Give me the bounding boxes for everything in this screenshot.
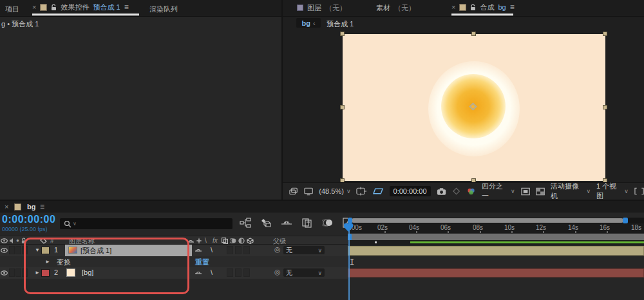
tab-effect-controls[interactable]: × 效果控件 预合成 1 ≡ xyxy=(32,0,129,14)
lock-icon[interactable] xyxy=(51,4,57,11)
audio-toggle-cell[interactable] xyxy=(9,246,15,254)
search-input[interactable]: ∨ xyxy=(60,218,232,229)
panel-menu-icon[interactable]: ≡ xyxy=(510,3,515,12)
video-eye-icon[interactable] xyxy=(1,248,8,253)
selection-handle[interactable] xyxy=(603,32,607,36)
switch-cell[interactable] xyxy=(235,268,242,277)
ram-preview-indicator xyxy=(410,241,644,243)
switch-cell[interactable] xyxy=(243,268,250,277)
panel-menu-icon[interactable]: ≡ xyxy=(40,202,44,211)
mini-flowchart-icon[interactable] xyxy=(238,216,252,229)
transparency-grid-icon[interactable] xyxy=(536,187,545,196)
viewer-time-display[interactable]: 0:00:00:00 xyxy=(390,186,431,196)
comp-navigator-parent[interactable]: 预合成 1 xyxy=(327,19,354,29)
snapshot-stack-icon[interactable] xyxy=(289,187,298,196)
audio-toggle-cell[interactable] xyxy=(9,268,15,277)
audio-speaker-icon[interactable] xyxy=(9,238,15,244)
selection-handle[interactable] xyxy=(340,105,345,109)
time-ruler[interactable]: :00s 02s 04s 06s 08s 10s 12s 14s 16s 18s xyxy=(348,223,644,233)
comp-navigator-current[interactable]: bg ‹ xyxy=(296,18,321,28)
navigator-left-handle[interactable] xyxy=(348,218,352,223)
tab-render-queue[interactable]: 渲染队列 xyxy=(149,5,178,14)
solo-icon[interactable]: ● xyxy=(16,238,19,243)
composition-canvas[interactable] xyxy=(343,34,605,181)
quality-switch[interactable]: \ xyxy=(211,268,213,276)
switch-cell[interactable] xyxy=(227,268,233,277)
motion-blur-icon[interactable] xyxy=(321,216,335,229)
parent-dropdown[interactable]: 无 ∨ xyxy=(283,268,325,277)
ruler-label: 02s xyxy=(377,224,388,231)
pixel-aspect-icon[interactable] xyxy=(634,187,644,195)
panel-menu-icon[interactable]: ≡ xyxy=(124,3,129,12)
solo-toggle-cell[interactable] xyxy=(15,246,21,254)
adjustment-layer-column-icon[interactable] xyxy=(238,238,245,244)
timeline-toolbar xyxy=(238,216,355,229)
frame-blend-column-icon[interactable] xyxy=(222,238,228,244)
camera-dropdown[interactable]: 活动摄像机 ∨ xyxy=(551,182,591,201)
tab-layer[interactable]: 图层 （无） xyxy=(297,0,346,15)
shy-switch[interactable] xyxy=(195,268,202,276)
tab-project[interactable]: 项目 xyxy=(5,5,19,14)
viewer-area xyxy=(283,28,644,182)
magnification-value: (48.5%) xyxy=(319,187,344,195)
quality-column-icon[interactable]: \ xyxy=(205,237,207,244)
lock-icon[interactable] xyxy=(470,4,476,11)
mask-visibility-icon[interactable] xyxy=(373,187,384,196)
camera-snapshot-icon[interactable] xyxy=(437,187,446,196)
video-eye-icon[interactable] xyxy=(1,270,8,276)
layer2-duration-bar[interactable] xyxy=(348,268,644,277)
close-icon[interactable]: × xyxy=(32,3,36,11)
selection-handle[interactable] xyxy=(603,105,607,109)
motion-blur-column-icon[interactable] xyxy=(230,238,236,244)
work-area-bar[interactable] xyxy=(348,233,644,240)
tab-composition-label: 合成 xyxy=(480,3,494,12)
close-icon[interactable]: × xyxy=(451,3,455,11)
region-of-interest-icon[interactable] xyxy=(521,187,530,196)
monitor-icon[interactable] xyxy=(304,187,313,196)
selection-handle[interactable] xyxy=(340,32,345,36)
show-snapshot-icon[interactable] xyxy=(452,187,460,195)
timeline-tab-label[interactable]: bg xyxy=(27,203,35,211)
3d-layer-column-icon[interactable] xyxy=(247,238,254,244)
panel-color-swatch xyxy=(40,4,47,11)
right-tabbar: 图层 （无） 素材 （无） × 合成 bg ≡ xyxy=(283,0,644,17)
close-icon[interactable]: × xyxy=(5,203,8,211)
frame-blend-icon[interactable] xyxy=(300,216,314,229)
grid-guides-icon[interactable] xyxy=(356,187,366,196)
video-eye-icon[interactable] xyxy=(1,238,8,243)
switch-cell[interactable] xyxy=(243,246,250,254)
draft-3d-icon[interactable] xyxy=(259,216,273,229)
tab-footage[interactable]: 素材 （无） xyxy=(376,0,415,15)
collapse-transforms-icon[interactable] xyxy=(196,238,202,244)
views-dropdown[interactable]: 1 个视图 ∨ xyxy=(596,182,629,201)
timeline-navigator[interactable] xyxy=(348,218,644,223)
shy-switch[interactable] xyxy=(195,246,202,254)
reset-link[interactable]: 重置 xyxy=(195,258,209,267)
parent-pickwhip-icon[interactable]: ◎ xyxy=(274,268,281,276)
switch-cell[interactable] xyxy=(227,246,233,254)
active-tab-underline xyxy=(451,14,513,15)
selection-handle[interactable] xyxy=(471,32,476,36)
tab-footage-none: （无） xyxy=(394,3,415,13)
parent-dropdown[interactable]: 无 ∨ xyxy=(283,246,325,254)
solo-toggle-cell[interactable] xyxy=(15,268,21,277)
magnification-dropdown[interactable]: (48.5%) ∨ xyxy=(319,187,350,195)
tab-effect-controls-compname: 预合成 1 xyxy=(93,3,120,12)
resolution-value: 四分之一 xyxy=(482,182,508,201)
fx-column-icon[interactable]: fx xyxy=(213,237,218,244)
switch-cell[interactable] xyxy=(235,246,242,254)
channels-icon[interactable] xyxy=(466,187,476,196)
tab-effect-controls-label: 效果控件 xyxy=(61,3,89,12)
tab-composition-compname: bg xyxy=(498,3,506,11)
left-tabbar: 项目 × 效果控件 预合成 1 ≡ 渲染队列 xyxy=(0,0,281,17)
navigator-right-handle[interactable] xyxy=(623,218,628,223)
navigator-bar[interactable] xyxy=(352,218,623,223)
layer1-duration-bar[interactable] xyxy=(348,246,644,256)
hide-shy-icon[interactable] xyxy=(279,216,294,229)
parent-pickwhip-icon[interactable]: ◎ xyxy=(274,245,281,254)
current-time-display[interactable]: 0:00:00:00 xyxy=(2,214,55,225)
quality-switch[interactable]: \ xyxy=(211,246,213,254)
resolution-dropdown[interactable]: 四分之一 ∨ xyxy=(482,182,515,201)
frame-fps-display: 00000 (25.00 fps) xyxy=(2,226,48,232)
tab-composition[interactable]: × 合成 bg ≡ xyxy=(451,0,515,14)
